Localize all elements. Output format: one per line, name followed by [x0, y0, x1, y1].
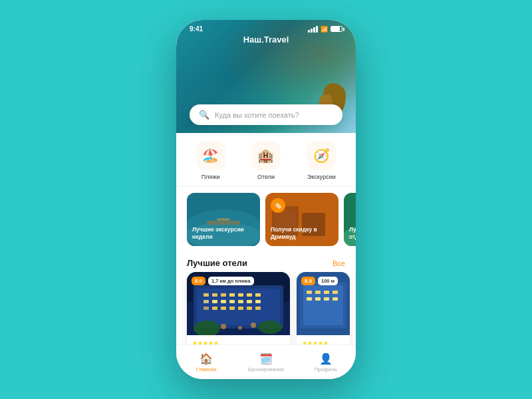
category-beaches[interactable]: 🏖️ Пляжи: [196, 141, 225, 180]
promo-text-2: Получи скидку в Дримвуд: [271, 226, 333, 241]
promo-card-2[interactable]: 🏷️ Получи скидку в Дримвуд: [265, 193, 338, 246]
svg-rect-51: [315, 297, 321, 301]
home-icon: 🏠: [200, 352, 213, 365]
svg-point-41: [238, 326, 242, 330]
content-area: 🏖️ Пляжи 🏨 Отели 🧭 Экскурсии: [176, 133, 356, 344]
phone-frame: 9:41 📶 Наш.Travel 🔍 Куда вы хотите поеха…: [176, 20, 356, 379]
beaches-icon-wrap: 🏖️: [196, 141, 225, 170]
svg-rect-36: [247, 307, 252, 310]
nav-profile[interactable]: 👤 Профиль: [296, 352, 356, 372]
hotels-icon: 🏨: [257, 148, 274, 164]
hotels-label: Отели: [257, 174, 275, 180]
nav-bookings[interactable]: 🗓️ Бронирования: [236, 352, 296, 372]
nav-profile-label: Профиль: [315, 366, 338, 372]
svg-rect-31: [203, 307, 209, 310]
hotels-all-link[interactable]: Все: [332, 259, 345, 267]
hotels-scroll: 8.0 1,7 км до пляжа ★★★★★ Отель Respect …: [176, 272, 356, 344]
hotel-card-1[interactable]: 8.0 1,7 км до пляжа ★★★★★ Отель Respect …: [187, 272, 290, 344]
promo-text-3: Лучший вариант отдыха в Крыму: [349, 226, 356, 241]
svg-rect-30: [255, 300, 261, 303]
svg-rect-20: [229, 293, 235, 297]
beaches-icon: 🏖️: [202, 148, 219, 164]
status-time: 9:41: [190, 25, 203, 33]
hotel-stars-1: ★★★★★: [192, 340, 285, 344]
promo-card-3[interactable]: Лучший вариант отдыха в Крыму: [344, 193, 356, 246]
svg-rect-46: [307, 291, 312, 294]
hotels-section-header: Лучшие отели Все: [176, 251, 356, 272]
svg-rect-3: [207, 221, 240, 225]
beaches-label: Пляжи: [201, 174, 220, 180]
svg-rect-37: [255, 307, 261, 310]
bookings-icon: 🗓️: [259, 352, 273, 365]
promo-card-1[interactable]: Лучшие экскурсии недели: [187, 193, 260, 246]
svg-rect-48: [324, 291, 329, 294]
hotel-image-1: 8.0 1,7 км до пляжа: [187, 272, 290, 335]
signal-bar-3: [313, 27, 315, 33]
hotel-distance-2: 100 м: [318, 277, 338, 285]
nav-home-label: Главная: [196, 366, 216, 372]
categories-row: 🏖️ Пляжи 🏨 Отели 🧭 Экскурсии: [176, 133, 356, 186]
svg-point-40: [221, 324, 226, 329]
nav-home[interactable]: 🏠 Главная: [176, 352, 236, 372]
battery-icon: [331, 26, 342, 32]
wifi-icon: 📶: [321, 26, 328, 33]
hotel-distance-1: 1,7 км до пляжа: [208, 277, 254, 285]
search-placeholder: Куда вы хотите поехать?: [215, 111, 299, 119]
status-icons: 📶: [308, 26, 342, 33]
hotel-rating-2: 8.9: [301, 277, 315, 285]
signal-bar-4: [316, 26, 318, 33]
svg-rect-21: [238, 293, 243, 297]
svg-rect-27: [229, 300, 235, 303]
signal-bar-1: [308, 30, 310, 33]
promo-section: Лучшие экскурсии недели 🏷️ Получи скидку…: [176, 186, 356, 251]
hotel-image-2: 8.9 100 м: [297, 272, 350, 335]
status-bar: 9:41 📶: [176, 20, 356, 35]
search-bar[interactable]: 🔍 Куда вы хотите поехать?: [190, 104, 342, 125]
battery-fill: [331, 27, 340, 31]
search-icon: 🔍: [199, 110, 209, 120]
hotels-icon-wrap: 🏨: [251, 141, 281, 170]
svg-rect-50: [307, 297, 312, 301]
svg-rect-47: [315, 291, 321, 294]
svg-rect-23: [255, 293, 261, 297]
profile-icon: 👤: [319, 352, 332, 365]
svg-point-39: [258, 321, 282, 334]
svg-rect-22: [247, 293, 252, 297]
hotels-section-title: Лучшие отели: [187, 258, 247, 268]
svg-rect-28: [238, 300, 243, 303]
promo-scroll: Лучшие экскурсии недели 🏷️ Получи скидку…: [176, 193, 356, 246]
promo-badge-2: 🏷️: [271, 198, 285, 213]
hotel-card-2[interactable]: 8.9 100 м ★★★★★ Отель R... 📍 Севаст...: [297, 272, 350, 344]
hero-section: 9:41 📶 Наш.Travel 🔍 Куда вы хотите поеха…: [176, 20, 356, 133]
excursions-icon: 🧭: [313, 148, 330, 164]
svg-rect-33: [221, 307, 226, 310]
bottom-nav: 🏠 Главная 🗓️ Бронирования 👤 Профиль: [176, 344, 356, 379]
signal-bar-2: [311, 29, 313, 33]
svg-rect-32: [212, 307, 217, 310]
excursions-label: Экскурсии: [307, 174, 336, 180]
svg-rect-19: [221, 293, 226, 297]
svg-rect-18: [212, 293, 217, 297]
svg-rect-35: [238, 307, 243, 310]
hotel-info-2: ★★★★★ Отель R... 📍 Севаст...: [297, 335, 350, 344]
hotel-info-1: ★★★★★ Отель Respect Hall Resort... 📍 Ялт…: [187, 335, 290, 344]
svg-rect-29: [247, 300, 252, 303]
app-title: Наш.Travel: [243, 35, 289, 45]
hotel-rating-1: 8.0: [192, 277, 205, 285]
svg-point-42: [251, 323, 256, 328]
excursions-icon-wrap: 🧭: [307, 141, 336, 170]
nav-bookings-label: Бронирования: [248, 366, 284, 372]
svg-rect-53: [332, 297, 338, 301]
category-hotels[interactable]: 🏨 Отели: [251, 141, 281, 180]
svg-rect-26: [221, 300, 226, 303]
svg-rect-4: [217, 218, 230, 221]
svg-rect-52: [324, 297, 329, 301]
svg-rect-25: [212, 300, 217, 303]
promo-text-1: Лучшие экскурсии недели: [192, 226, 255, 241]
hotel-stars-2: ★★★★★: [302, 340, 344, 344]
svg-rect-17: [203, 293, 209, 297]
svg-rect-24: [203, 300, 209, 303]
category-excursions[interactable]: 🧭 Экскурсии: [307, 141, 336, 180]
svg-rect-34: [229, 307, 235, 310]
svg-rect-49: [332, 291, 338, 294]
